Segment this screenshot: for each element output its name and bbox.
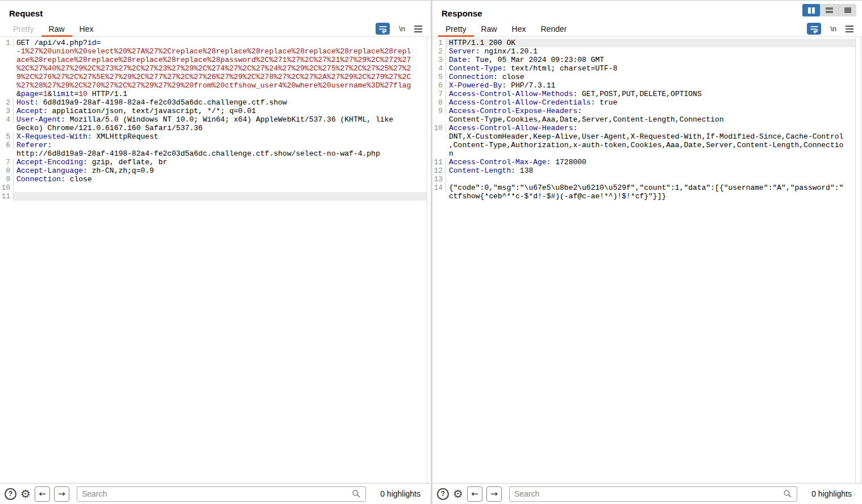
line-number: 14 [432, 184, 446, 192]
code-line[interactable]: 12Content-Length: 138 [432, 166, 855, 175]
request-search-box [77, 486, 366, 502]
help-icon[interactable]: ? [5, 488, 16, 500]
request-highlights-count: 0 highlights [380, 489, 420, 498]
code-line[interactable]: 10Access-Control-Allow-Headers: DNT,X-Cu… [432, 124, 855, 158]
response-scrollbar-gutter[interactable] [855, 37, 861, 483]
request-tab-bar: Pretty Raw Hex \n [0, 21, 431, 37]
line-number: 6 [432, 81, 446, 90]
code-text: Access-Control-Allow-Credentials: true [446, 98, 855, 107]
line-number: 7 [0, 158, 14, 166]
code-line[interactable]: 6Referer: http://6d8d19a9-28af-4198-82a4… [0, 141, 427, 158]
request-tab-raw[interactable]: Raw [41, 21, 72, 36]
code-line[interactable]: 9Connection: close [0, 175, 427, 184]
response-tab-render[interactable]: Render [534, 21, 574, 36]
line-number: 11 [432, 158, 446, 166]
code-text: Connection: close [14, 175, 427, 184]
request-title: Request [0, 1, 431, 21]
code-text: Date: Tue, 05 Mar 2024 09:23:08 GMT [446, 56, 855, 64]
code-text: GET /api/v4.php?id= -1%27%20union%20sele… [14, 39, 427, 98]
editor-menu-button[interactable] [846, 26, 853, 32]
line-number: 10 [432, 124, 446, 132]
line-number: 8 [0, 166, 14, 175]
code-line[interactable]: 8Accept-Language: zh-CN,zh;q=0.9 [0, 166, 427, 175]
response-tab-raw[interactable]: Raw [474, 21, 505, 36]
line-number: 5 [432, 73, 446, 81]
code-line[interactable]: 1GET /api/v4.php?id= -1%27%20union%20sel… [0, 39, 427, 98]
prev-match-button[interactable]: ← [35, 486, 50, 502]
layout-single-button[interactable] [838, 4, 856, 16]
response-tab-bar: Pretty Raw Hex Render \n [432, 21, 862, 37]
line-number: 9 [432, 107, 446, 115]
code-text: Referer: http://6d8d19a9-28af-4198-82a4-… [14, 141, 427, 158]
line-number: 4 [432, 64, 446, 73]
word-wrap-toggle-button[interactable] [376, 23, 390, 35]
line-number: 3 [0, 107, 14, 115]
line-number: 3 [432, 56, 446, 64]
code-line[interactable]: 3Accept: application/json, text/javascri… [0, 107, 427, 115]
line-number: 8 [432, 98, 446, 107]
layout-selector [802, 4, 856, 16]
request-tab-pretty[interactable]: Pretty [6, 21, 41, 36]
line-number: 5 [0, 132, 14, 141]
next-match-button[interactable]: → [54, 486, 69, 502]
code-text: Host: 6d8d19a9-28af-4198-82a4-fe2c03d5a6… [14, 98, 427, 107]
gear-icon[interactable]: ⚙ [453, 488, 463, 499]
code-line[interactable]: 9Access-Control-Expose-Headers: Content-… [432, 107, 855, 124]
word-wrap-icon [378, 24, 388, 34]
request-panel: Request Pretty Raw Hex \n [0, 1, 431, 504]
code-line[interactable]: 4Content-Type: text/html; charset=UTF-8 [432, 64, 855, 73]
code-line[interactable]: 6X-Powered-By: PHP/7.3.11 [432, 81, 855, 90]
code-line[interactable]: 3Date: Tue, 05 Mar 2024 09:23:08 GMT [432, 56, 855, 64]
code-line[interactable]: 1HTTP/1.1 200 OK [432, 39, 855, 47]
line-number: 1 [0, 39, 14, 47]
code-text: {"code":0,"msg":"\u67e5\u8be2\u6210\u529… [446, 184, 855, 201]
response-tab-hex[interactable]: Hex [505, 21, 534, 36]
response-editor[interactable]: 1HTTP/1.1 200 OK2Server: nginx/1.20.13Da… [432, 37, 855, 483]
response-bottom-bar: ? ⚙ ← → 0 highlights [432, 483, 862, 504]
code-text: Content-Type: text/html; charset=UTF-8 [446, 64, 855, 73]
code-text: Accept-Language: zh-CN,zh;q=0.9 [14, 166, 427, 175]
line-number: 4 [0, 115, 14, 124]
response-title: Response [432, 1, 862, 21]
line-number: 11 [0, 192, 14, 201]
show-newlines-toggle[interactable]: \n [830, 24, 836, 33]
code-text: Server: nginx/1.20.1 [446, 47, 855, 56]
code-line[interactable]: 10 [0, 184, 427, 192]
code-line[interactable]: 2Host: 6d8d19a9-28af-4198-82a4-fe2c03d5a… [0, 98, 427, 107]
code-text [14, 192, 427, 201]
layout-columns-button[interactable] [802, 4, 820, 16]
code-line[interactable]: 4User-Agent: Mozilla/5.0 (Windows NT 10.… [0, 115, 427, 132]
line-number: 1 [432, 39, 446, 47]
response-tab-pretty[interactable]: Pretty [438, 21, 474, 36]
help-icon[interactable]: ? [437, 488, 449, 500]
code-line[interactable]: 7Access-Control-Allow-Methods: GET,POST,… [432, 90, 855, 98]
code-line[interactable]: 5Connection: close [432, 73, 855, 81]
line-number: 9 [0, 175, 14, 184]
code-line[interactable]: 14{"code":0,"msg":"\u67e5\u8be2\u6210\u5… [432, 184, 855, 201]
word-wrap-toggle-button[interactable] [807, 23, 821, 35]
code-line[interactable]: 2Server: nginx/1.20.1 [432, 47, 855, 56]
code-line[interactable]: 5X-Requested-With: XMLHttpRequest [0, 132, 427, 141]
code-text: Access-Control-Expose-Headers: Content-T… [446, 107, 855, 124]
code-line[interactable]: 7Accept-Encoding: gzip, deflate, br [0, 158, 427, 166]
response-tab-tools: \n [807, 21, 862, 36]
code-line[interactable]: 11 [0, 192, 427, 201]
code-text: HTTP/1.1 200 OK [446, 39, 855, 47]
code-line[interactable]: 11Access-Control-Max-Age: 1728000 [432, 158, 855, 166]
request-tab-hex[interactable]: Hex [72, 21, 101, 36]
next-match-button[interactable]: → [486, 486, 502, 502]
response-panel: Response Pretty Raw Hex Render \n [432, 1, 862, 504]
code-text [14, 184, 427, 192]
editor-menu-button[interactable] [414, 26, 422, 32]
code-line[interactable]: 13 [432, 175, 855, 184]
layout-rows-button[interactable] [820, 4, 838, 16]
show-newlines-toggle[interactable]: \n [399, 24, 405, 33]
gear-icon[interactable]: ⚙ [20, 488, 31, 499]
request-editor[interactable]: 1GET /api/v4.php?id= -1%27%20union%20sel… [0, 37, 427, 483]
line-number: 12 [432, 166, 446, 175]
prev-match-button[interactable]: ← [467, 486, 482, 502]
code-line[interactable]: 8Access-Control-Allow-Credentials: true [432, 98, 855, 107]
response-search-input[interactable] [510, 489, 783, 498]
code-text: Access-Control-Allow-Methods: GET,POST,P… [446, 90, 855, 98]
request-search-input[interactable] [77, 489, 352, 498]
